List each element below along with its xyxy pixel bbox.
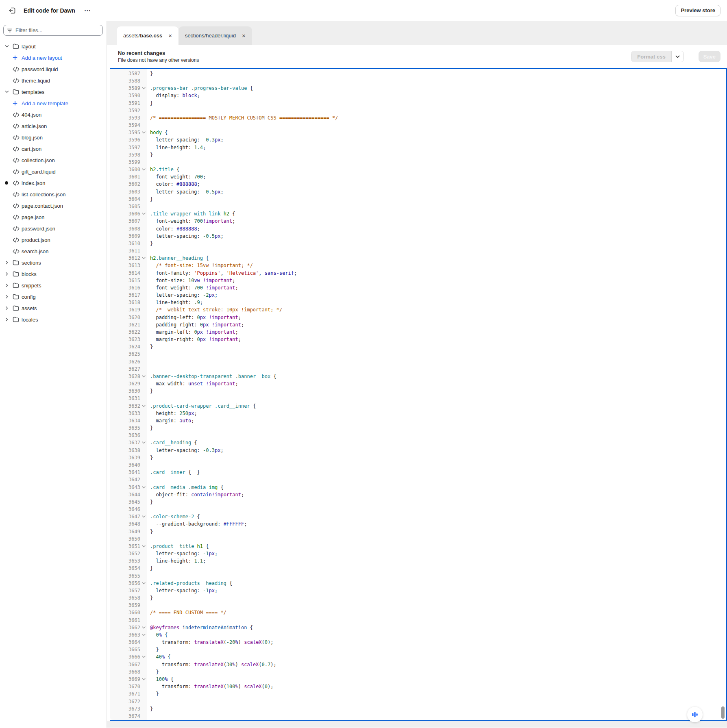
code-line-3618[interactable]: line-height: .9;	[150, 299, 726, 306]
code-line-3591[interactable]: }	[150, 100, 726, 107]
code-line-3634[interactable]: margin: auto;	[150, 417, 726, 424]
sidebar-file-blog.json[interactable]: blog.json	[0, 132, 107, 143]
code-line-3606[interactable]: .title-wrapper-with-link h2 {	[150, 210, 726, 217]
code-line-3614[interactable]: font-family: 'Poppins', 'Helvetica', san…	[150, 269, 726, 277]
code-line-3672[interactable]	[150, 698, 726, 705]
code-line-3608[interactable]: color: #888888;	[150, 225, 726, 233]
sidebar-file-index.json[interactable]: index.json	[0, 177, 107, 189]
code-line-3643[interactable]: .card__media .media img {	[150, 484, 726, 491]
code-line-3641[interactable]: .card__inner { }	[150, 469, 726, 476]
code-line-3659[interactable]	[150, 602, 726, 609]
chevron-down-icon[interactable]	[141, 625, 146, 630]
sidebar-file-password.liquid[interactable]: password.liquid	[0, 63, 107, 75]
sidebar-file-collection.json[interactable]: collection.json	[0, 154, 107, 166]
code-line-3652[interactable]: letter-spacing: -1px;	[150, 550, 726, 557]
code-line-3602[interactable]: color: #888888;	[150, 180, 726, 188]
chevron-down-icon[interactable]	[141, 654, 146, 659]
sidebar-file-cart.json[interactable]: cart.json	[0, 143, 107, 154]
code-line-3597[interactable]: line-height: 1.4;	[150, 144, 726, 151]
close-icon[interactable]: ×	[241, 32, 246, 39]
code-line-3639[interactable]: }	[150, 454, 726, 461]
code-line-3590[interactable]: display: block;	[150, 92, 726, 99]
code-line-3650[interactable]	[150, 535, 726, 543]
code-line-3629[interactable]: max-width: unset !important;	[150, 380, 726, 387]
code-editor[interactable]: 3587358835893590359135923593359435953596…	[110, 68, 727, 721]
chevron-down-icon[interactable]	[141, 211, 146, 216]
code-line-3598[interactable]: }	[150, 151, 726, 159]
sidebar-file-password.json[interactable]: password.json	[0, 223, 107, 234]
code-line-3587[interactable]: }	[150, 70, 726, 77]
chevron-down-icon[interactable]	[141, 86, 146, 91]
exit-button[interactable]	[7, 5, 18, 16]
code-line-3649[interactable]: }	[150, 528, 726, 535]
sidebar-file-theme.liquid[interactable]: theme.liquid	[0, 75, 107, 86]
chevron-down-icon[interactable]	[141, 677, 146, 682]
code-line-3630[interactable]: }	[150, 387, 726, 395]
code-line-3664[interactable]: transform: translateX(-20%) scaleX(0);	[150, 639, 726, 646]
code-line-3621[interactable]: padding-right: 0px !important;	[150, 321, 726, 328]
code-line-3666[interactable]: 40% {	[150, 653, 726, 661]
code-content[interactable]: } .progress-bar .progress-bar-value { di…	[147, 69, 726, 720]
code-line-3631[interactable]	[150, 395, 726, 402]
code-line-3674[interactable]	[150, 713, 726, 720]
code-line-3653[interactable]: line-height: 1.1;	[150, 557, 726, 565]
code-line-3626[interactable]	[150, 358, 726, 365]
code-line-3611[interactable]	[150, 247, 726, 254]
code-line-3638[interactable]: letter-spacing: -0.3px;	[150, 447, 726, 454]
code-line-3673[interactable]: }	[150, 705, 726, 713]
vertical-scrollbar[interactable]	[721, 706, 725, 719]
code-line-3654[interactable]: }	[150, 565, 726, 572]
sidebar-action-add-a-new-template[interactable]: Add a new template	[0, 98, 107, 109]
code-line-3628[interactable]: .banner--desktop-transparent .banner__bo…	[150, 373, 726, 380]
chevron-down-icon[interactable]	[141, 581, 146, 586]
code-line-3636[interactable]	[150, 432, 726, 439]
code-line-3627[interactable]	[150, 365, 726, 373]
code-line-3637[interactable]: .card__heading {	[150, 439, 726, 446]
chevron-down-icon[interactable]	[141, 404, 146, 409]
code-line-3613[interactable]: /* font-size: 15vw !important; */	[150, 262, 726, 269]
tab-sections/header.liquid[interactable]: sections/header.liquid×	[178, 26, 252, 45]
code-line-3599[interactable]	[150, 159, 726, 166]
code-line-3595[interactable]: body {	[150, 129, 726, 136]
code-line-3667[interactable]: transform: translateX(30%) scaleX(0.7);	[150, 661, 726, 668]
sidebar-file-page.json[interactable]: page.json	[0, 211, 107, 223]
horizontal-dots-icon[interactable]: ⋯	[84, 7, 91, 14]
code-line-3661[interactable]	[150, 617, 726, 624]
code-line-3620[interactable]: padding-left: 0px !important;	[150, 314, 726, 321]
code-line-3616[interactable]: font-weight: 700 !important;	[150, 284, 726, 291]
sidebar-folder-templates[interactable]: templates	[0, 86, 107, 98]
code-line-3644[interactable]: object-fit: contain!important;	[150, 491, 726, 498]
format-dropdown-button[interactable]	[671, 51, 683, 62]
code-line-3668[interactable]: }	[150, 668, 726, 676]
chevron-down-icon[interactable]	[141, 544, 146, 549]
chevron-down-icon[interactable]	[141, 130, 146, 135]
preview-store-button[interactable]: Preview store	[675, 5, 720, 16]
code-line-3617[interactable]: letter-spacing: -2px;	[150, 291, 726, 299]
sidebar-folder-layout[interactable]: layout	[0, 41, 107, 52]
format-css-button[interactable]: Format css	[631, 51, 671, 62]
code-line-3665[interactable]: }	[150, 646, 726, 653]
code-line-3600[interactable]: h2.title {	[150, 166, 726, 173]
code-line-3651[interactable]: .product__title h1 {	[150, 543, 726, 550]
code-line-3671[interactable]: }	[150, 690, 726, 698]
code-line-3633[interactable]: height: 250px;	[150, 410, 726, 417]
code-line-3622[interactable]: margin-left: 0px !important;	[150, 328, 726, 336]
filter-files-input[interactable]	[15, 27, 99, 33]
code-line-3640[interactable]	[150, 461, 726, 469]
sidebar-folder-blocks[interactable]: blocks	[0, 268, 107, 280]
chevron-down-icon[interactable]	[141, 632, 146, 637]
chevron-down-icon[interactable]	[141, 167, 146, 172]
code-line-3619[interactable]: /* -webkit-text-stroke: 10px !important;…	[150, 306, 726, 313]
code-line-3647[interactable]: .color-scheme-2 {	[150, 513, 726, 520]
code-line-3656[interactable]: .related-products__heading {	[150, 580, 726, 587]
chevron-down-icon[interactable]	[141, 440, 146, 445]
chevron-down-icon[interactable]	[141, 485, 146, 490]
filter-files-box[interactable]	[3, 25, 103, 36]
code-line-3603[interactable]: letter-spacing: -0.5px;	[150, 188, 726, 196]
code-line-3594[interactable]	[150, 122, 726, 129]
code-line-3663[interactable]: 0% {	[150, 631, 726, 639]
sidebar-file-list-collections.json[interactable]: list-collections.json	[0, 189, 107, 200]
sidebar-file-search.json[interactable]: search.json	[0, 246, 107, 257]
code-line-3625[interactable]	[150, 350, 726, 358]
sidebar-folder-assets[interactable]: assets	[0, 302, 107, 314]
